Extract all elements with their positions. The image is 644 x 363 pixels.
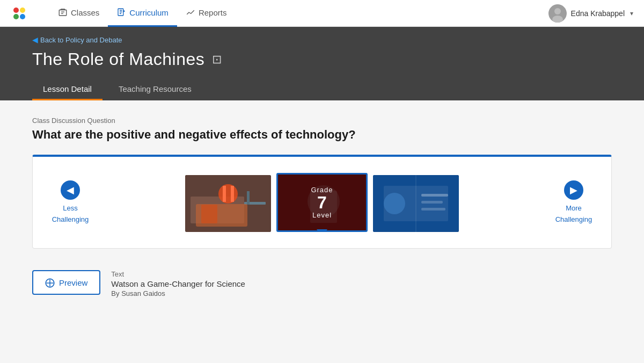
svg-rect-18 [247,191,250,205]
nav-curriculum-label: Curriculum [129,8,169,17]
tab-teaching-resources[interactable]: Teaching Resources [108,79,202,100]
nav-item-classes[interactable]: Classes [49,0,108,27]
nav-classes-label: Classes [71,8,99,17]
thumb-image-factory [185,175,271,232]
grade-number: 7 [317,194,327,211]
top-navigation: Classes Curriculum Reports Edna Kraba [0,0,644,27]
svg-point-3 [20,14,25,19]
svg-rect-16 [231,186,234,202]
more-label-line2: Challenging [555,215,592,224]
svg-point-2 [13,14,19,19]
svg-rect-15 [223,186,226,202]
thumb-image-right [373,175,459,232]
carousel-thumb-right[interactable] [373,175,459,232]
svg-rect-12 [191,197,244,223]
carousel-thumb-center[interactable]: Grade 7 Level [276,173,368,232]
carousel-images: Grade 7 Level [97,173,547,232]
breadcrumb-arrow: ◀ [32,35,38,44]
preview-author: By Susan Gaidos [111,289,245,297]
preview-button[interactable]: ⨁ Preview [32,270,100,295]
preview-section: ⨁ Preview Text Watson a Game-Changer for… [32,265,612,303]
app-logo [11,5,28,22]
discussion-label: Class Discussion Question [32,117,612,125]
more-challenging-button[interactable]: ▶ More Challenging [547,180,601,224]
nav-items: Classes Curriculum Reports [49,0,532,27]
page-title: The Role of Machines [32,49,204,69]
svg-rect-29 [421,201,443,204]
nav-item-reports[interactable]: Reports [177,0,236,27]
grade-suffix: Level [312,211,332,219]
svg-rect-30 [421,208,445,210]
preview-plus-icon: ⨁ [45,277,55,288]
svg-point-14 [218,184,238,204]
breadcrumb[interactable]: ◀ Back to Policy and Debate [32,35,612,44]
less-challenging-arrow: ◀ [61,180,80,200]
more-label-line1: More [566,204,582,213]
svg-point-27 [384,193,405,214]
preview-type: Text [111,270,245,278]
breadcrumb-text: Back to Policy and Debate [40,36,122,44]
less-challenging-button[interactable]: ◀ Less Challenging [43,180,97,224]
svg-point-0 [13,8,19,13]
discussion-question: What are the positive and negative effec… [32,128,612,142]
carousel-thumb-left[interactable] [185,175,271,232]
carousel-pointer [317,229,327,232]
svg-rect-4 [59,10,67,16]
svg-point-9 [554,8,561,14]
user-menu-chevron: ▾ [630,10,633,17]
carousel-card: ◀ Less Challenging [32,155,612,249]
page-title-row: The Role of Machines ⊡ [32,49,612,69]
bookmark-icon[interactable]: ⊡ [212,53,222,67]
nav-reports-label: Reports [199,8,227,17]
less-label-line1: Less [63,204,77,213]
thumb-image-center: Grade 7 Level [278,175,366,230]
less-label-line2: Challenging [52,215,89,224]
preview-title: Watson a Game-Changer for Science [111,279,245,288]
preview-info: Text Watson a Game-Changer for Science B… [111,270,245,297]
user-name: Edna Krabappel [571,9,625,18]
page-header: ◀ Back to Policy and Debate The Role of … [0,27,644,100]
svg-rect-28 [421,194,448,197]
avatar [548,4,567,23]
tab-lesson-detail[interactable]: Lesson Detail [32,79,103,100]
grade-badge: Grade 7 Level [278,175,366,230]
preview-button-label: Preview [59,278,87,287]
svg-point-1 [20,8,25,13]
svg-rect-13 [201,205,217,223]
main-content: Class Discussion Question What are the p… [0,100,644,319]
user-menu[interactable]: Edna Krabappel ▾ [548,4,633,23]
nav-item-curriculum[interactable]: Curriculum [108,0,177,27]
tabs-row: Lesson Detail Teaching Resources [32,79,612,100]
more-challenging-arrow: ▶ [564,180,583,200]
